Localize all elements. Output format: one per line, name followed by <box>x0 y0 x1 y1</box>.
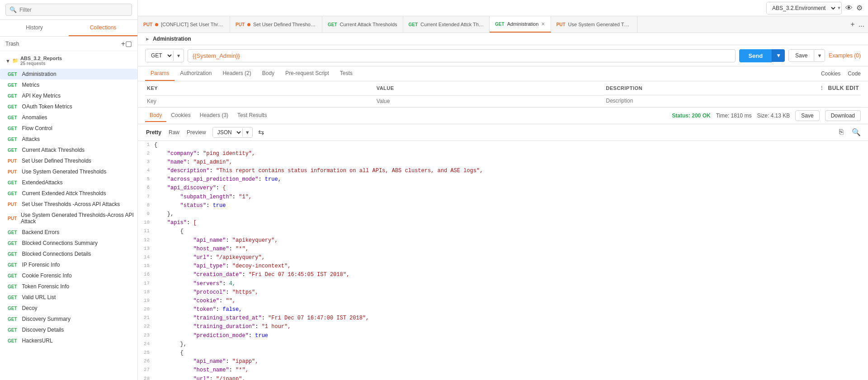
sidebar-item-hackersurl[interactable]: GETHackersURL <box>0 335 137 346</box>
sidebar-item-extendedattacks[interactable]: GETExtendedAttacks <box>0 177 137 188</box>
sidebar-item-current-attack-thresholds[interactable]: GETCurrent Attack Thresholds <box>0 145 137 155</box>
req-tab-pre-request-script[interactable]: Pre-request Script <box>280 66 335 81</box>
sidebar-item-discovery-details[interactable]: GETDiscovery Details <box>0 324 137 335</box>
sidebar-item-anomalies[interactable]: GETAnomalies <box>0 112 137 123</box>
send-button[interactable]: Send <box>739 49 772 62</box>
settings-icon[interactable]: ⚙ <box>856 4 863 12</box>
sidebar-item-discovery-summary[interactable]: GETDiscovery Summary <box>0 314 137 324</box>
format-btn-raw[interactable]: Raw <box>166 128 182 137</box>
tab-1[interactable]: PUTSet User Defined Thresholds <box>230 16 322 33</box>
examples-link[interactable]: Examples (0) <box>829 52 861 59</box>
send-button-group: Send ▼ <box>739 49 785 62</box>
method-select-dropdown[interactable]: GET <box>146 49 173 62</box>
line-content: { <box>154 141 868 150</box>
resp-tab-body[interactable]: Body <box>145 109 166 122</box>
sidebar-header: 🔍 <box>0 0 137 20</box>
new-tab-button[interactable]: + <box>850 20 854 28</box>
close-tab-button[interactable]: × <box>541 21 545 27</box>
more-tabs-button[interactable]: ... <box>859 20 864 28</box>
env-dropdown-arrow[interactable]: ▼ <box>837 5 841 10</box>
tab-collections[interactable]: Collections <box>69 20 137 36</box>
sidebar-item-blocked-connections-summary[interactable]: GETBlocked Connections Summary <box>0 238 137 249</box>
code-line: 1{ <box>138 141 868 150</box>
sidebar-item-set-user-thresholds--across-api-attacks[interactable]: PUTSet User Thresholds -Across API Attac… <box>0 199 137 210</box>
params-actions-icon[interactable]: ⋮ <box>819 85 825 91</box>
req-tab-params[interactable]: Params <box>145 66 175 81</box>
format-select-wrap[interactable]: JSON ▼ <box>212 127 253 138</box>
description-input[interactable] <box>606 98 859 104</box>
copy-icon[interactable]: ⎘ <box>837 127 845 137</box>
sidebar-item-api-key-metrics[interactable]: GETAPI Key Metrics <box>0 90 137 101</box>
tab-method-badge: GET <box>409 22 418 27</box>
resp-tab-test-results[interactable]: Test Results <box>233 109 271 122</box>
cookies-link[interactable]: Cookies <box>821 70 840 77</box>
tab-3[interactable]: GETCurrent Extended Attck Thresholds <box>403 16 490 33</box>
sidebar-item-token-forensic-info[interactable]: GETToken Forensic Info <box>0 281 137 292</box>
value-input[interactable] <box>377 98 603 104</box>
sidebar-item-decoy[interactable]: GETDecoy <box>0 303 137 314</box>
group-count: 25 requests <box>20 61 62 66</box>
resp-tab-headers-(3)[interactable]: Headers (3) <box>195 109 233 122</box>
save-button[interactable]: Save <box>789 50 814 61</box>
req-tab-body[interactable]: Body <box>257 66 280 81</box>
req-tab-tests[interactable]: Tests <box>335 66 358 81</box>
tab-4[interactable]: GETAdministration× <box>490 16 551 33</box>
method-selector[interactable]: GET ▼ <box>145 49 184 62</box>
response-meta: Status: 200 OK Time: 1810 ms Size: 4.13 … <box>672 110 861 121</box>
sidebar-item-current-extended-attck-thresholds[interactable]: GETCurrent Extended Attck Thresholds <box>0 188 137 199</box>
tab-2[interactable]: GETCurrent Attack Thresholds <box>322 16 403 33</box>
tab-0[interactable]: PUT[CONFLICT] Set User Thresholds <box>138 16 230 33</box>
sidebar-item-flow-control[interactable]: GETFlow Control <box>0 123 137 134</box>
format-dropdown-arrow[interactable]: ▼ <box>242 128 252 136</box>
search-input[interactable] <box>19 7 128 13</box>
code-line: 5 "across_api_prediction_mode": true, <box>138 175 868 184</box>
sidebar-item-administration[interactable]: GETAdministration <box>0 69 137 80</box>
tab-history[interactable]: History <box>0 20 69 36</box>
format-select-dropdown[interactable]: JSON <box>213 127 242 137</box>
url-input[interactable]: {{System_Admin}} <box>188 49 736 62</box>
sidebar-item-blocked-connections-details[interactable]: GETBlocked Connections Details <box>0 249 137 259</box>
sidebar-item-set-user-defined-thresholds[interactable]: PUTSet User Defined Thresholds <box>0 155 137 166</box>
sidebar-item-backend-errors[interactable]: GETBackend Errors <box>0 227 137 238</box>
key-input[interactable] <box>147 98 373 104</box>
env-select-dropdown[interactable]: ABS_3.2.Environment <box>767 2 837 14</box>
sidebar-item-use-system-generated-thresholds[interactable]: PUTUse System Generated Thresholds <box>0 166 137 177</box>
line-number: 21 <box>138 314 154 322</box>
download-button[interactable]: Download <box>825 110 861 121</box>
trash-label[interactable]: Trash <box>5 41 19 47</box>
tab-label: Use System Generated Thresholds-... <box>568 22 632 27</box>
sidebar-item-attacks[interactable]: GETAttacks <box>0 134 137 145</box>
env-eye-icon[interactable]: 👁 <box>845 4 853 12</box>
sidebar-item-label: Discovery Summary <box>22 316 71 322</box>
env-selector[interactable]: ABS_3.2.Environment ▼ <box>766 2 842 14</box>
wrap-icon[interactable]: ⇆ <box>256 127 266 137</box>
sidebar-item-oauth-token-metrics[interactable]: GETOAuth Token Metrics <box>0 101 137 112</box>
req-tab-authorization[interactable]: Authorization <box>175 66 217 81</box>
code-link[interactable]: Code <box>848 70 861 77</box>
save-dropdown-button[interactable]: ▼ <box>814 50 825 61</box>
bulk-edit-button[interactable]: Bulk Edit <box>828 85 859 91</box>
sidebar-item-cookie-forensic-info[interactable]: GETCookie Forensic Info <box>0 270 137 281</box>
sidebar-item-valid-url-list[interactable]: GETValid URL List <box>0 292 137 303</box>
tab-actions: + ... <box>847 20 868 28</box>
resp-tab-cookies[interactable]: Cookies <box>166 109 195 122</box>
save-response-button[interactable]: Save <box>795 110 819 121</box>
breadcrumb: ► Administration <box>138 33 868 45</box>
sidebar-group-header[interactable]: ▼ 📁 ABS_3.2_Reports 25 requests <box>5 54 132 68</box>
search-response-icon[interactable]: 🔍 <box>850 127 863 137</box>
search-icon: 🔍 <box>9 6 17 13</box>
sidebar-search-box[interactable]: 🔍 <box>5 4 132 16</box>
req-tab-headers-(2)[interactable]: Headers (2) <box>217 66 256 81</box>
method-dropdown-arrow[interactable]: ▼ <box>173 51 184 61</box>
format-btn-pretty[interactable]: Pretty <box>143 128 164 137</box>
send-dropdown-button[interactable]: ▼ <box>772 49 785 62</box>
sidebar-item-ip-forensic-info[interactable]: GETIP Forensic Info <box>0 259 137 270</box>
sidebar-item-use-system-generated-thresholds-across-api-attack[interactable]: PUTUse System Generated Thresholds-Acros… <box>0 210 137 227</box>
response-status-row: BodyCookiesHeaders (3)Test Results Statu… <box>138 108 868 124</box>
sidebar-item-metrics[interactable]: GETMetrics <box>0 80 137 90</box>
line-content: "company": "ping identity", <box>154 150 868 158</box>
line-content: "cookie": "", <box>154 297 868 305</box>
format-btn-preview[interactable]: Preview <box>184 128 209 137</box>
new-collection-icon[interactable]: +▢ <box>121 39 132 48</box>
tab-5[interactable]: PUTUse System Generated Thresholds-... <box>551 16 637 33</box>
